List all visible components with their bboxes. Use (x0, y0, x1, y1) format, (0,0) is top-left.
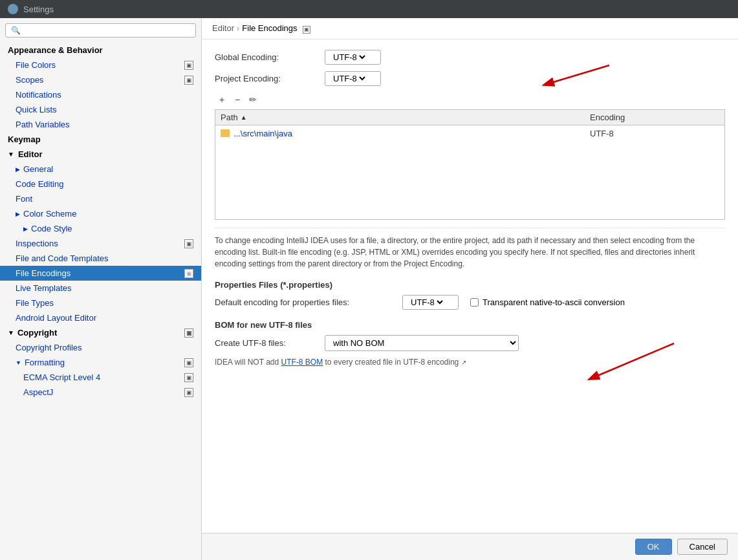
sidebar-item-file-types[interactable]: File Types (0, 296, 201, 310)
bom-section-title: BOM for new UTF-8 files (215, 320, 725, 330)
remove-button[interactable]: − (230, 92, 244, 107)
properties-encoding-select[interactable]: UTF-8 (408, 297, 445, 308)
app-icon (8, 4, 18, 14)
sidebar-item-quick-lists-label: Quick Lists (16, 105, 57, 114)
sidebar-item-live-templates[interactable]: Live Templates (0, 281, 201, 296)
sidebar-item-formatting-label: Formatting (25, 358, 65, 367)
sidebar-group-appearance-label: Appearance & Behavior (8, 45, 103, 55)
sidebar-item-live-templates-label: Live Templates (16, 283, 71, 293)
sidebar-item-android-layout-editor[interactable]: Android Layout Editor (0, 310, 201, 325)
create-utf8-label: Create UTF-8 files: (215, 338, 318, 348)
sidebar-item-ecma-script[interactable]: ECMA Script Level 4 ▣ (0, 370, 201, 385)
sidebar-item-file-code-templates-label: File and Code Templates (16, 253, 109, 263)
sidebar-item-file-types-label: File Types (16, 298, 54, 308)
sidebar-item-inspections-label: Inspections (16, 239, 58, 248)
transparent-conversion-checkbox[interactable] (470, 298, 479, 307)
sidebar: 🔍 Appearance & Behavior File Colors ▣ Sc… (0, 18, 202, 560)
bom-info-post: to every created file in UTF-8 encoding (325, 358, 459, 367)
sidebar-item-file-encodings-label: File Encodings (16, 268, 71, 278)
content-area: Editor › File Encodings ▣ Global Encodin… (202, 18, 738, 560)
sidebar-item-general[interactable]: ▶ General (0, 162, 201, 177)
sidebar-item-formatting[interactable]: ▼ Formatting ▣ (0, 355, 201, 370)
sidebar-group-keymap[interactable]: Keymap (0, 132, 201, 147)
formatting-chevron-icon: ▼ (16, 360, 21, 366)
sidebar-group-editor-label: Editor (18, 149, 43, 159)
table-path-value: ...\src\main\java (233, 129, 292, 138)
sidebar-item-font[interactable]: Font (0, 191, 201, 206)
sidebar-item-file-encodings[interactable]: File Encodings ▣ (0, 266, 201, 281)
sidebar-item-notifications[interactable]: Notifications (0, 87, 201, 102)
bom-info-link[interactable]: UTF-8 BOM (281, 358, 323, 367)
add-button[interactable]: + (215, 92, 229, 107)
create-utf8-select[interactable]: with NO BOM (325, 335, 519, 351)
sidebar-group-copyright[interactable]: ▼ Copyright ▣ (0, 325, 201, 340)
sidebar-item-quick-lists[interactable]: Quick Lists (0, 102, 201, 117)
bom-info-icon: ↗ (461, 359, 466, 366)
sidebar-item-scopes-label: Scopes (16, 75, 43, 85)
sidebar-item-code-style-label: Code Style (31, 224, 72, 233)
sidebar-item-notifications-label: Notifications (16, 90, 61, 100)
sidebar-item-scopes[interactable]: Scopes ▣ (0, 72, 201, 87)
ok-button[interactable]: OK (635, 539, 672, 555)
table-header-encoding: Encoding (590, 113, 719, 122)
bom-info-pre: IDEA will NOT add (215, 358, 279, 367)
sidebar-item-path-variables-label: Path Variables (16, 120, 70, 129)
info-text: To change encoding IntelliJ IDEA uses fo… (215, 228, 725, 270)
default-encoding-row: Default encoding for properties files: U… (215, 295, 725, 310)
sidebar-item-code-editing[interactable]: Code Editing (0, 177, 201, 191)
sort-arrow-icon: ▲ (241, 114, 247, 121)
transparent-conversion-row: Transparent native-to-ascii conversion (470, 297, 625, 307)
sidebar-icon-copyright: ▣ (184, 328, 193, 338)
sidebar-item-copyright-profiles[interactable]: Copyright Profiles (0, 340, 201, 355)
project-encoding-row: Project Encoding: UTF-8 (215, 71, 725, 86)
edit-button[interactable]: ✏ (246, 92, 260, 107)
project-encoding-select[interactable]: UTF-8 (331, 73, 367, 84)
project-encoding-dropdown[interactable]: UTF-8 (325, 71, 381, 86)
sidebar-item-code-style[interactable]: ▶ Code Style (0, 221, 201, 236)
create-utf8-row: Create UTF-8 files: with NO BOM (215, 335, 725, 351)
breadcrumb-part-editor: Editor (212, 23, 234, 33)
properties-section: Properties Files (*.properties) Default … (215, 280, 725, 310)
table-header-row: Path ▲ Encoding (215, 110, 724, 125)
sidebar-item-inspections[interactable]: Inspections ▣ (0, 236, 201, 251)
svg-point-0 (10, 6, 16, 12)
global-encoding-select[interactable]: UTF-8 (331, 52, 367, 63)
sidebar-item-path-variables[interactable]: Path Variables (0, 117, 201, 132)
sidebar-item-general-label: General (23, 164, 53, 174)
sidebar-icon-file-encodings: ▣ (184, 269, 193, 278)
editor-chevron-icon: ▼ (8, 151, 14, 158)
table-header-path: Path ▲ (221, 113, 590, 122)
global-encoding-label: Global Encoding: (215, 52, 318, 62)
sidebar-icon-formatting: ▣ (184, 358, 193, 367)
global-encoding-dropdown[interactable]: UTF-8 (325, 50, 381, 65)
sidebar-icon-scopes: ▣ (184, 76, 193, 85)
sidebar-icon-file-colors: ▣ (184, 61, 193, 70)
sidebar-group-appearance[interactable]: Appearance & Behavior (0, 43, 201, 58)
search-icon: 🔍 (11, 26, 21, 35)
table-encoding-value: UTF-8 (590, 129, 719, 138)
info-text-content: To change encoding IntelliJ IDEA uses fo… (215, 236, 695, 268)
default-encoding-label: Default encoding for properties files: (215, 297, 396, 307)
sidebar-item-file-colors[interactable]: File Colors ▣ (0, 58, 201, 72)
sidebar-item-color-scheme[interactable]: ▶ Color Scheme (0, 206, 201, 221)
project-encoding-label: Project Encoding: (215, 74, 318, 83)
general-chevron-icon: ▶ (16, 166, 20, 173)
table-path-cell: ...\src\main\java (221, 129, 590, 138)
footer: OK Cancel (202, 533, 738, 560)
cancel-button[interactable]: Cancel (677, 539, 728, 555)
sidebar-icon-aspectj: ▣ (184, 388, 193, 397)
properties-encoding-dropdown[interactable]: UTF-8 (402, 295, 459, 310)
table-row[interactable]: ...\src\main\java UTF-8 (215, 125, 724, 142)
sidebar-group-copyright-label: Copyright (17, 328, 57, 338)
search-box[interactable]: 🔍 (5, 23, 196, 38)
sidebar-item-file-code-templates[interactable]: File and Code Templates (0, 251, 201, 266)
bom-section: BOM for new UTF-8 files Create UTF-8 fil… (215, 320, 725, 367)
table-toolbar: + − ✏ (215, 92, 725, 107)
sidebar-item-code-editing-label: Code Editing (16, 179, 63, 189)
sidebar-group-editor[interactable]: ▼ Editor (0, 147, 201, 162)
search-input[interactable] (23, 26, 190, 35)
sidebar-item-aspectj[interactable]: AspectJ ▣ (0, 385, 201, 400)
sidebar-item-ecma-script-label: ECMA Script Level 4 (23, 372, 100, 382)
main-container: 🔍 Appearance & Behavior File Colors ▣ Sc… (0, 18, 738, 560)
sidebar-group-keymap-label: Keymap (8, 135, 41, 144)
